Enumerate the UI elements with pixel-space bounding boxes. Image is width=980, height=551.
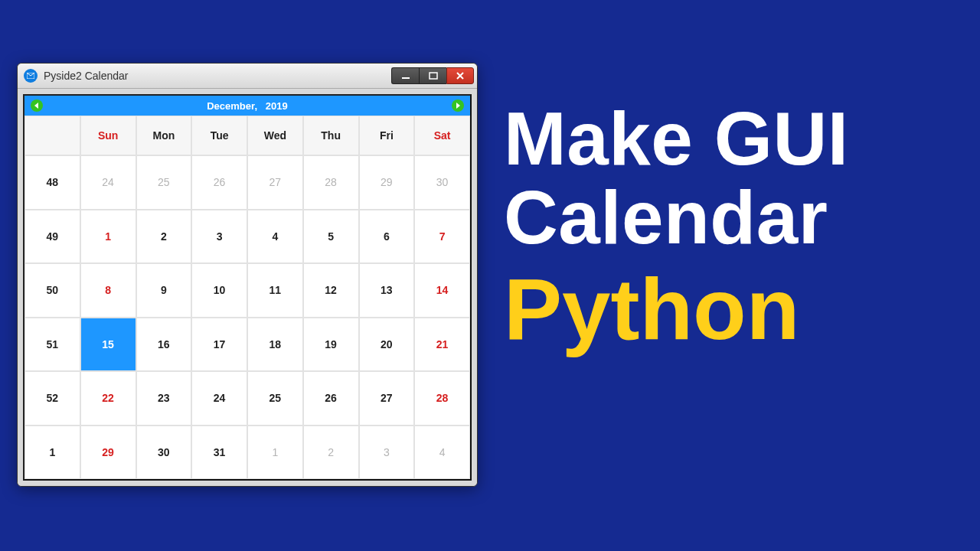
- calendar-day[interactable]: 25: [136, 155, 192, 210]
- calendar-nav-bar: December, 2019: [24, 96, 470, 116]
- calendar-day[interactable]: 3: [359, 425, 415, 480]
- calendar-day[interactable]: 26: [303, 371, 359, 425]
- headline-line-3: Python: [504, 263, 971, 355]
- calendar-day[interactable]: 27: [247, 155, 303, 210]
- next-month-button[interactable]: [452, 99, 464, 112]
- calendar-day[interactable]: 4: [414, 425, 470, 480]
- day-header: Thu: [303, 116, 359, 155]
- calendar-day[interactable]: 4: [247, 210, 303, 264]
- calendar-day[interactable]: 1: [80, 210, 136, 264]
- window-client-area: December, 2019 SunMonTueWedThuFriSat4824…: [18, 89, 477, 486]
- day-header: Mon: [136, 116, 192, 155]
- calendar-day[interactable]: 28: [303, 155, 359, 210]
- calendar-day[interactable]: 7: [414, 210, 470, 264]
- calendar-day[interactable]: 16: [136, 318, 192, 372]
- day-header: Tue: [191, 116, 247, 155]
- svg-rect-0: [402, 77, 410, 79]
- calendar-day[interactable]: 19: [303, 318, 359, 372]
- calendar-day[interactable]: 6: [359, 210, 415, 264]
- calendar-day[interactable]: 5: [303, 210, 359, 264]
- calendar-day[interactable]: 2: [136, 210, 192, 264]
- calendar-day[interactable]: 15: [80, 318, 136, 372]
- maximize-button[interactable]: [419, 67, 446, 84]
- minimize-icon: [401, 72, 410, 80]
- calendar-day[interactable]: 3: [191, 210, 247, 264]
- day-header: Sat: [414, 116, 470, 155]
- week-number: 49: [24, 210, 80, 264]
- month-year-label[interactable]: December, 2019: [43, 100, 452, 112]
- headline-line-2: Calendar: [504, 178, 971, 257]
- maximize-icon: [429, 72, 438, 80]
- calendar-day[interactable]: 31: [191, 425, 247, 480]
- week-number: 1: [24, 425, 80, 480]
- calendar-day[interactable]: 30: [136, 425, 192, 480]
- calendar-day[interactable]: 11: [247, 263, 303, 318]
- calendar-day[interactable]: 25: [247, 371, 303, 425]
- calendar-day[interactable]: 30: [414, 155, 470, 210]
- calendar-day[interactable]: 20: [359, 318, 415, 372]
- calendar-widget: December, 2019 SunMonTueWedThuFriSat4824…: [23, 94, 472, 481]
- week-header-blank: [24, 116, 80, 155]
- calendar-day[interactable]: 10: [191, 263, 247, 318]
- calendar-day[interactable]: 1: [247, 425, 303, 480]
- calendar-day[interactable]: 14: [414, 263, 470, 318]
- day-header: Wed: [247, 116, 303, 155]
- window-title: Pyside2 Calendar: [44, 70, 391, 82]
- calendar-day[interactable]: 22: [80, 371, 136, 425]
- day-header: Fri: [359, 116, 415, 155]
- day-header: Sun: [80, 116, 136, 155]
- calendar-day[interactable]: 29: [359, 155, 415, 210]
- headline-text: Make GUI Calendar Python: [504, 99, 971, 354]
- calendar-day[interactable]: 27: [359, 371, 415, 425]
- calendar-day[interactable]: 12: [303, 263, 359, 318]
- arrow-left-icon: [34, 103, 40, 109]
- calendar-day[interactable]: 2: [303, 425, 359, 480]
- headline-line-1: Make GUI: [504, 99, 971, 178]
- arrow-right-icon: [455, 103, 461, 109]
- week-number: 51: [24, 318, 80, 372]
- calendar-day[interactable]: 28: [414, 371, 470, 425]
- calendar-day[interactable]: 21: [414, 318, 470, 372]
- app-icon: [24, 69, 38, 83]
- calendar-day[interactable]: 24: [80, 155, 136, 210]
- calendar-day[interactable]: 9: [136, 263, 192, 318]
- calendar-day[interactable]: 23: [136, 371, 192, 425]
- week-number: 50: [24, 263, 80, 318]
- calendar-day[interactable]: 29: [80, 425, 136, 480]
- app-window: Pyside2 Calendar December, 2019: [17, 63, 478, 487]
- calendar-day[interactable]: 8: [80, 263, 136, 318]
- calendar-day[interactable]: 13: [359, 263, 415, 318]
- titlebar[interactable]: Pyside2 Calendar: [18, 64, 477, 89]
- calendar-day[interactable]: 26: [191, 155, 247, 210]
- week-number: 52: [24, 371, 80, 425]
- calendar-grid: SunMonTueWedThuFriSat4824252627282930491…: [24, 116, 470, 479]
- prev-month-button[interactable]: [31, 99, 43, 112]
- window-controls: [391, 67, 474, 84]
- minimize-button[interactable]: [391, 67, 419, 84]
- calendar-day[interactable]: 18: [247, 318, 303, 372]
- week-number: 48: [24, 155, 80, 210]
- close-button[interactable]: [446, 67, 474, 84]
- calendar-day[interactable]: 24: [191, 371, 247, 425]
- calendar-day[interactable]: 17: [191, 318, 247, 372]
- svg-rect-1: [430, 73, 437, 79]
- close-icon: [456, 72, 465, 80]
